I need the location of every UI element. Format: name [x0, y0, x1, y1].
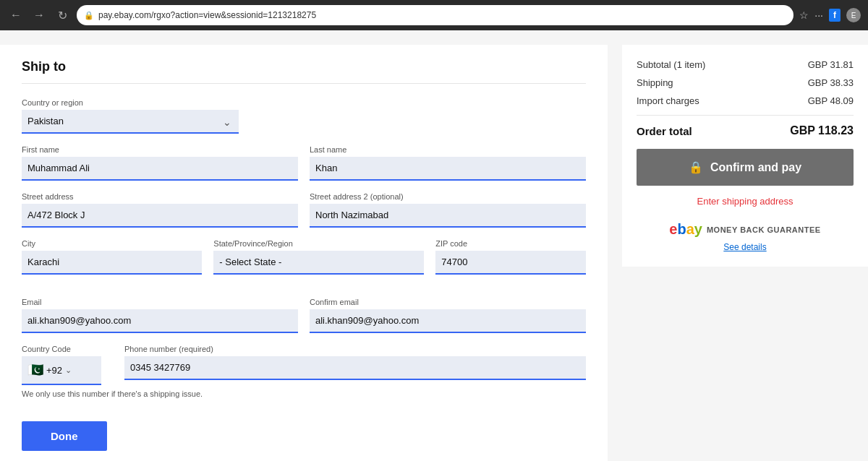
- subtotal-value: GBP 31.81: [808, 59, 854, 70]
- phone-input[interactable]: [124, 356, 586, 380]
- shipping-value: GBP 38.33: [808, 77, 854, 88]
- address-bar[interactable]: 🔒 pay.ebay.com/rgxo?action=view&sessioni…: [77, 5, 793, 25]
- done-button[interactable]: Done: [22, 421, 107, 451]
- city-state-zip-row: City State/Province/Region ZIP code: [22, 239, 586, 286]
- see-details-link[interactable]: See details: [723, 242, 766, 252]
- last-name-group: Last name: [310, 145, 586, 181]
- confirm-pay-button[interactable]: 🔒 Confirm and pay: [637, 149, 854, 186]
- zip-input[interactable]: [435, 251, 586, 275]
- zip-group: ZIP code: [435, 239, 586, 275]
- ebay-logo: ebay: [669, 221, 702, 238]
- first-name-label: First name: [22, 145, 298, 154]
- browser-toolbar: ☆ ··· f E: [799, 8, 861, 22]
- street2-input[interactable]: [310, 204, 586, 228]
- street1-group: Street address: [22, 192, 298, 228]
- phone-number-group: Phone number (required): [124, 345, 586, 385]
- menu-icon[interactable]: ···: [814, 9, 823, 21]
- star-icon[interactable]: ☆: [799, 9, 809, 21]
- order-total-label: Order total: [637, 125, 692, 137]
- email-row: Email Confirm email: [22, 298, 586, 333]
- street1-input[interactable]: [22, 204, 298, 228]
- last-name-input[interactable]: [310, 157, 586, 181]
- import-value: GBP 48.09: [808, 95, 854, 106]
- country-select[interactable]: Pakistan: [22, 110, 239, 134]
- email-group: Email: [22, 298, 298, 333]
- order-summary: Subtotal (1 item) GBP 31.81 Shipping GBP…: [622, 45, 868, 267]
- zip-label: ZIP code: [435, 239, 586, 248]
- street2-group: Street address 2 (optional): [310, 192, 586, 228]
- country-group: Country or region Pakistan ⌄: [22, 98, 586, 134]
- first-name-group: First name: [22, 145, 298, 181]
- back-button[interactable]: ←: [7, 7, 25, 24]
- url-text: pay.ebay.com/rgxo?action=view&sessionid=…: [98, 10, 316, 20]
- street-row: Street address Street address 2 (optiona…: [22, 192, 586, 228]
- enter-shipping-link[interactable]: Enter shipping address: [637, 196, 854, 207]
- country-code-group: Country Code 🇵🇰 +92 ⌄: [22, 345, 101, 385]
- street2-label: Street address 2 (optional): [310, 192, 586, 201]
- facebook-icon: f: [829, 9, 841, 22]
- shipping-label: Shipping: [637, 77, 673, 88]
- lock-icon: 🔒: [689, 160, 703, 174]
- city-label: City: [22, 239, 202, 248]
- state-group: State/Province/Region: [213, 239, 424, 275]
- email-input[interactable]: [22, 309, 298, 333]
- state-label: State/Province/Region: [213, 239, 424, 248]
- last-name-label: Last name: [310, 145, 586, 154]
- phone-label: Phone number (required): [124, 345, 586, 353]
- state-input[interactable]: [213, 251, 424, 275]
- subtotal-row: Subtotal (1 item) GBP 31.81: [637, 59, 854, 70]
- city-group: City: [22, 239, 202, 275]
- lock-icon: 🔒: [84, 11, 94, 20]
- country-label: Country or region: [22, 98, 586, 107]
- right-panel: Subtotal (1 item) GBP 31.81 Shipping GBP…: [622, 45, 868, 461]
- country-select-wrapper: Pakistan ⌄: [22, 110, 239, 134]
- import-row: Import charges GBP 48.09: [637, 95, 854, 106]
- phone-hint: We only use this number if there's a shi…: [22, 389, 586, 398]
- pakistan-flag: 🇵🇰: [27, 362, 43, 378]
- country-code-selector[interactable]: 🇵🇰 +92 ⌄: [22, 356, 101, 385]
- city-input[interactable]: [22, 251, 202, 275]
- country-code-label: Country Code: [22, 345, 101, 353]
- ext-icon: E: [846, 8, 861, 22]
- mbg-row: ebay MONEY BACK GUARANTEE: [669, 221, 820, 238]
- order-total-row: Order total GBP 118.23: [637, 124, 854, 137]
- summary-divider: [637, 115, 854, 116]
- order-total-value: GBP 118.23: [790, 124, 854, 137]
- confirm-email-label: Confirm email: [310, 298, 586, 306]
- left-panel: Ship to Country or region Pakistan ⌄ Fir…: [0, 45, 608, 461]
- phone-code-text: +92: [46, 365, 62, 376]
- confirm-pay-label: Confirm and pay: [710, 161, 801, 174]
- ebay-money-back-guarantee: ebay MONEY BACK GUARANTEE See details: [637, 221, 854, 252]
- street1-label: Street address: [22, 192, 298, 201]
- phone-section: Country Code 🇵🇰 +92 ⌄ Phone number (requ…: [22, 345, 586, 398]
- subtotal-label: Subtotal (1 item): [637, 59, 705, 70]
- mbg-text: MONEY BACK GUARANTEE: [707, 225, 821, 234]
- import-label: Import charges: [637, 95, 699, 106]
- name-row: First name Last name: [22, 145, 586, 181]
- email-label: Email: [22, 298, 298, 306]
- section-title: Ship to: [22, 59, 586, 84]
- phone-chevron-icon[interactable]: ⌄: [65, 366, 72, 375]
- reload-button[interactable]: ↻: [54, 7, 71, 24]
- confirm-email-input[interactable]: [310, 309, 586, 333]
- page-content: Ship to Country or region Pakistan ⌄ Fir…: [0, 30, 868, 461]
- first-name-input[interactable]: [22, 157, 298, 181]
- browser-chrome: ← → ↻ 🔒 pay.ebay.com/rgxo?action=view&se…: [0, 0, 868, 30]
- confirm-email-group: Confirm email: [310, 298, 586, 333]
- forward-button[interactable]: →: [30, 7, 48, 24]
- shipping-row: Shipping GBP 38.33: [637, 77, 854, 88]
